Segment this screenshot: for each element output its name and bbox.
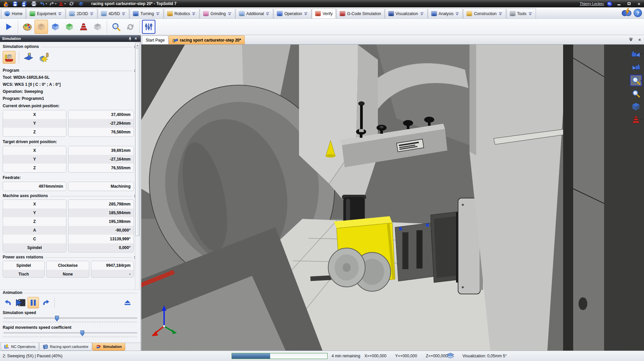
slider-thumb[interactable]	[80, 330, 84, 336]
chevron-down-icon[interactable]	[304, 12, 308, 16]
simulation-parameters-button[interactable]	[142, 20, 155, 34]
chevron-down-icon[interactable]	[528, 12, 533, 16]
layers-icon[interactable]	[446, 353, 454, 360]
stock-levels-button[interactable]	[77, 20, 90, 34]
view-direction-icon[interactable]	[630, 49, 642, 60]
ribbon-tab-robotics[interactable]: Robotics	[164, 8, 200, 18]
print-icon[interactable]	[30, 1, 38, 7]
chevron-down-icon[interactable]	[58, 12, 62, 16]
refresh-simulation-button[interactable]	[123, 20, 137, 34]
game-controller-icon[interactable]	[622, 8, 632, 18]
tab-list-icon[interactable]	[628, 37, 634, 42]
ribbon-tab-construction[interactable]: Construction	[463, 8, 506, 18]
textured-view-button[interactable]	[35, 20, 48, 34]
panel-scrollbar[interactable]	[135, 43, 140, 323]
play-simulation-button[interactable]	[2, 20, 15, 34]
pause-button[interactable]	[28, 297, 39, 308]
workpiece-view-button[interactable]	[49, 20, 62, 34]
2d3d-icon	[69, 11, 75, 16]
ribbon-tab-4d5d[interactable]: 4D/5D	[98, 8, 129, 18]
visualization-icon	[388, 11, 394, 16]
stock-state-icon[interactable]	[58, 1, 66, 7]
save-all-icon[interactable]	[20, 1, 29, 7]
ribbon-tab-gcode-simulation[interactable]: G-Code Simulation	[336, 8, 384, 18]
stock-view-button[interactable]	[63, 20, 76, 34]
ribbon-tab-label: Verify	[323, 11, 333, 16]
restart-button[interactable]	[3, 297, 14, 308]
machine-3d-scene[interactable]	[141, 45, 644, 351]
collision-simulation-button[interactable]	[37, 51, 50, 64]
restore-button[interactable]	[625, 1, 633, 6]
tool-path-simulation-button[interactable]	[22, 51, 35, 64]
chevron-down-icon[interactable]	[420, 12, 424, 16]
chevron-icon[interactable]	[641, 80, 643, 82]
user-account-link[interactable]: Thierry Leclerc	[580, 2, 604, 6]
ribbon-tab-analysis[interactable]: Analysis	[428, 8, 463, 18]
play-button[interactable]	[15, 297, 27, 308]
feedrate-caption: Feedrate:	[0, 174, 141, 181]
close-panel-icon[interactable]: ×	[133, 36, 139, 41]
rapid-speed-slider[interactable]	[3, 330, 137, 338]
chevron-down-icon[interactable]	[228, 12, 232, 16]
ribbon-tab-additional[interactable]: Additional	[236, 8, 274, 18]
slider-track[interactable]	[3, 332, 137, 334]
collision-check-button[interactable]	[91, 20, 104, 34]
chevron-down-icon[interactable]	[265, 12, 270, 16]
graphics-viewport[interactable]: Start Page racing sport carburetor-step …	[141, 35, 644, 351]
ribbon-tab-label: Turning	[140, 11, 154, 16]
tab-racing-sport-carburetor[interactable]: Racing sport carburetor	[39, 343, 92, 351]
user-avatar[interactable]: TL	[607, 1, 612, 7]
save-icon[interactable]	[11, 1, 19, 7]
ribbon-tab-verify[interactable]: Verify	[312, 8, 336, 18]
eject-button[interactable]	[122, 297, 133, 308]
undo-icon[interactable]	[39, 1, 48, 7]
ribbon-tab-tools[interactable]: Tools	[506, 8, 536, 18]
tab-racing-sport-carburetor-document[interactable]: racing sport carburetor-step 20*	[169, 36, 245, 44]
zoom-window-icon[interactable]	[630, 75, 642, 86]
axis-value-cell: -90,000°	[68, 226, 134, 235]
slider-thumb[interactable]	[55, 316, 59, 321]
panel-header[interactable]: Simulation ×	[0, 35, 141, 42]
ribbon-tab-equipment[interactable]: Equipment	[26, 8, 65, 18]
close-document-icon[interactable]: ×	[637, 37, 643, 42]
chevron-down-icon[interactable]	[121, 12, 126, 16]
section-view-icon[interactable]	[630, 101, 642, 112]
minimize-button[interactable]	[615, 1, 623, 6]
chevron-down-icon[interactable]	[90, 12, 94, 16]
chevron-down-icon[interactable]	[192, 12, 196, 16]
redo-icon[interactable]	[48, 1, 57, 7]
help-icon[interactable]: ?	[634, 9, 642, 17]
tab-simulation[interactable]: Simulation	[92, 343, 125, 351]
pin-icon[interactable]	[127, 36, 133, 41]
machining-simulation-button[interactable]	[3, 51, 15, 64]
simulation-icon	[96, 344, 101, 349]
step-forward-button[interactable]	[40, 297, 51, 308]
color-palette-button[interactable]	[20, 20, 34, 34]
chevron-down-icon[interactable]	[498, 12, 503, 16]
ribbon-tab-operation[interactable]: Operation	[274, 8, 311, 18]
tab-nc-operations[interactable]: NC Operations	[1, 343, 39, 351]
chevron-down-icon[interactable]	[455, 12, 459, 16]
ribbon-tab-2d3d[interactable]: 2D/3D	[66, 8, 97, 18]
ribbon-tab-visualization[interactable]: Visualization	[385, 8, 428, 18]
stock-levels-icon[interactable]	[630, 114, 642, 125]
simulation-speed-slider[interactable]	[3, 316, 137, 323]
chevron-down-icon[interactable]	[156, 12, 160, 16]
refresh-icon[interactable]	[67, 1, 76, 7]
ribbon-tab-home[interactable]: Home	[1, 8, 26, 18]
slider-track[interactable]	[3, 317, 137, 319]
examine-zoom-button[interactable]	[109, 20, 123, 34]
document-part-icon	[172, 38, 178, 43]
chevron-icon[interactable]	[641, 53, 643, 55]
zoom-icon[interactable]	[630, 88, 642, 99]
close-button[interactable]: ×	[635, 1, 643, 6]
chevron-icon[interactable]	[641, 118, 643, 120]
export-icon[interactable]	[77, 1, 85, 7]
scrollbar-thumb[interactable]	[135, 48, 140, 236]
scroll-up-icon[interactable]	[135, 43, 140, 48]
ribbon-tab-grinding[interactable]: Grinding	[200, 8, 235, 18]
ribbon-tab-turning[interactable]: Turning	[130, 8, 163, 18]
rapid-speed-label: Rapid movements speed coefficient	[0, 323, 141, 330]
camera-icon[interactable]	[630, 62, 642, 73]
tab-start-page[interactable]: Start Page	[142, 36, 168, 44]
